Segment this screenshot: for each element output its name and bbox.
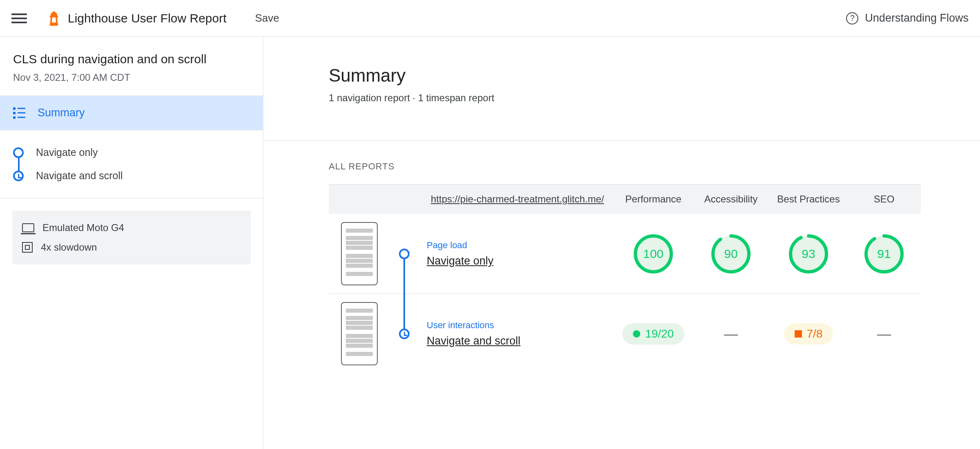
step-name-link[interactable]: Navigate and scroll [427,335,610,347]
step-type-label: User interactions [427,320,610,331]
sidebar-step-navigate-only[interactable]: Navigate only [13,141,263,164]
help-label: Understanding Flows [865,12,969,24]
col-accessibility: Accessibility [692,184,770,214]
main-content: Summary 1 navigation report · 1 timespan… [263,37,980,449]
step-name-link[interactable]: Navigate only [427,255,610,267]
env-cpu-label: 4x slowdown [41,242,97,253]
not-applicable: — [877,326,891,341]
sidebar-environment: Emulated Moto G4 4x slowdown [12,211,251,265]
sidebar-step-label: Navigate and scroll [36,170,123,182]
gauge-best-practices[interactable]: 93 [788,233,829,274]
sidebar: CLS during navigation and on scroll Nov … [0,37,263,449]
report-row-navigate-and-scroll: User interactions Navigate and scroll 19… [329,294,921,374]
cpu-icon [22,242,33,253]
sidebar-item-summary[interactable]: Summary [0,96,263,130]
summary-subtitle: 1 navigation report · 1 timespan report [329,92,939,104]
fraction-value: 19/20 [645,327,674,340]
screenshot-thumbnail[interactable] [341,302,378,365]
gauge-accessibility[interactable]: 90 [710,233,751,274]
sidebar-step-navigate-and-scroll[interactable]: Navigate and scroll [13,164,263,187]
sidebar-header: CLS during navigation and on scroll Nov … [0,37,263,96]
page-title: Summary [329,65,939,86]
screenshot-thumbnail[interactable] [341,222,378,285]
gauge-seo[interactable]: 91 [864,233,904,274]
average-square-icon [795,330,802,338]
navigation-step-icon [399,249,410,259]
lighthouse-logo-icon [47,11,60,26]
divider [263,140,980,141]
table-header-row: https://pie-charmed-treatment.glitch.me/… [329,184,921,214]
hamburger-menu-icon[interactable] [11,11,27,26]
gauge-performance[interactable]: 100 [633,233,674,274]
env-device-label: Emulated Moto G4 [42,222,124,233]
sidebar-summary-label: Summary [38,107,85,119]
col-performance: Performance [615,184,692,214]
app-title: Lighthouse User Flow Report [68,11,227,25]
help-link[interactable]: ? Understanding Flows [846,12,969,24]
col-seo: SEO [847,184,921,214]
timespan-step-icon [399,329,410,339]
summary-list-icon [13,107,25,119]
timespan-step-icon [13,171,24,181]
pass-dot-icon [633,330,640,338]
sidebar-step-label: Navigate only [36,147,98,158]
timeline-connector [403,255,405,334]
report-row-navigate-only: Page load Navigate only 100 90 93 91 [329,214,921,294]
all-reports-heading: All Reports [329,161,939,172]
flow-name: CLS during navigation and on scroll [13,52,250,66]
device-icon [22,223,34,232]
flow-date: Nov 3, 2021, 7:00 AM CDT [13,72,250,83]
fraction-chip-performance[interactable]: 19/20 [622,323,684,345]
not-applicable: — [724,326,738,341]
topbar: Lighthouse User Flow Report Save ? Under… [0,0,980,37]
sidebar-steps: Navigate only Navigate and scroll [0,130,263,198]
col-best-practices: Best Practices [770,184,847,214]
env-device: Emulated Moto G4 [22,218,241,238]
navigation-step-icon [13,147,24,158]
step-type-label: Page load [427,240,610,251]
help-icon: ? [846,12,858,24]
reports-table: https://pie-charmed-treatment.glitch.me/… [329,184,921,373]
report-url-link[interactable]: https://pie-charmed-treatment.glitch.me/ [431,193,604,204]
fraction-value: 7/8 [807,327,823,340]
env-cpu: 4x slowdown [22,238,241,257]
fraction-chip-best-practices[interactable]: 7/8 [784,323,833,345]
report-url-cell: https://pie-charmed-treatment.glitch.me/ [419,184,615,214]
save-button[interactable]: Save [255,12,279,24]
